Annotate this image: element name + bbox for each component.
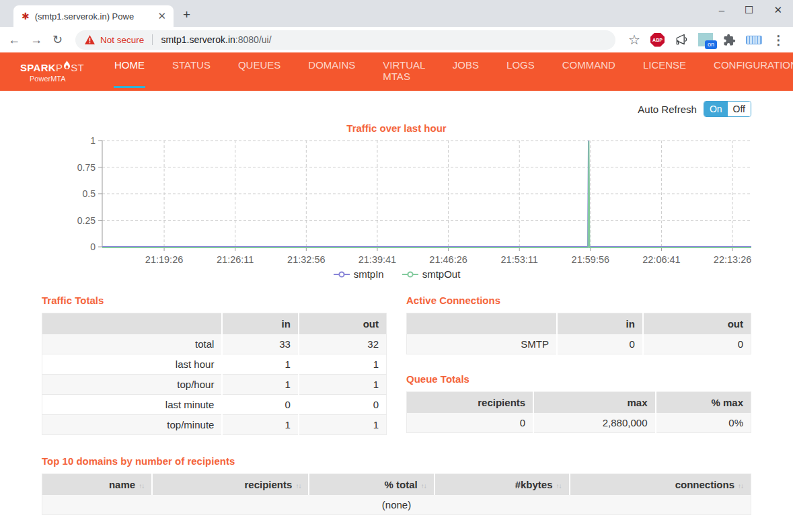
legend-item-smtpIn[interactable]: smtpIn [333,268,384,280]
bookmark-star-icon[interactable]: ☆ [628,33,640,46]
svg-text:22:06:41: 22:06:41 [642,254,680,265]
nav-item-home[interactable]: HOME [114,55,145,88]
svg-text:22:13:26: 22:13:26 [714,254,751,265]
table-cell: 33 [222,334,298,354]
column-header: in [557,313,643,335]
table-row: 02,880,0000% [407,413,751,433]
nav-item-queues[interactable]: QUEUES [237,55,281,88]
nav-item-command[interactable]: COMMAND [562,55,616,88]
url-text[interactable]: smtp1.serverok.in:8080/ui/ [161,34,271,45]
column-header: in [222,313,298,335]
close-icon[interactable]: ✕ [773,4,782,16]
column-header[interactable]: recipients↑↓ [152,474,309,496]
legend-item-smtpOut[interactable]: smtpOut [402,268,461,280]
sparkpost-logo[interactable]: SPARKPST PowerMTA [20,61,84,83]
column-header[interactable]: % total↑↓ [309,474,434,496]
table-cell: 0 [643,334,751,354]
table-cell: 1 [299,415,387,435]
svg-text:1: 1 [90,135,96,146]
auto-refresh-label: Auto Refresh [638,104,697,115]
legend-marker-icon [333,270,350,278]
table-cell: top/hour [42,375,223,395]
auto-refresh-on-button[interactable]: On [704,102,728,116]
traffic-totals-table: inouttotal3332last hour11top/hour11last … [42,313,387,435]
table-cell: 1 [299,354,387,375]
adblock-extension-icon[interactable]: ABP [650,33,665,47]
powermta-favicon-icon: ✱ [22,11,30,21]
browser-toolbar: ← → ↻ Not secure smtp1.serverok.in:8080/… [0,27,793,52]
table-cell: 1 [222,375,298,395]
svg-text:0.25: 0.25 [77,215,96,226]
legend-marker-icon [402,270,419,278]
table-cell: top/minute [42,415,223,435]
table-row: top/minute11 [42,415,387,435]
sort-arrows-icon[interactable]: ↑↓ [139,482,144,490]
tab-title: (smtp1.serverok.in) Powe [35,11,151,22]
omnibox-divider [152,34,153,45]
sort-arrows-icon[interactable]: ↑↓ [556,482,562,490]
table-cell: 0 [557,334,643,354]
left-column: Traffic Totals inouttotal3332last hour11… [42,284,387,435]
column-header[interactable]: connections↑↓ [570,474,751,496]
forward-icon[interactable]: → [30,34,42,46]
table-cell: SMTP [407,334,557,354]
address-bar[interactable]: Not secure smtp1.serverok.in:8080/ui/ [75,30,615,50]
traffic-totals-title: Traffic Totals [42,295,387,306]
browser-window: ✱ (smtp1.serverok.in) Powe ✕ + – ☐ ✕ ← →… [0,0,793,532]
ruler-extension-icon[interactable] [746,36,762,44]
chart-legend: smtpInsmtpOut [42,268,751,280]
legend-label: smtpOut [422,268,461,280]
browser-tab[interactable]: ✱ (smtp1.serverok.in) Powe ✕ [13,5,174,27]
tables-columns: Traffic Totals inouttotal3332last hour11… [42,284,751,435]
chart-title: Traffic over last hour [42,122,751,134]
nav-item-license[interactable]: LICENSE [642,55,687,88]
nav-item-virtual-mtas[interactable]: VIRTUAL MTAS [382,55,426,88]
menu-dots-icon[interactable]: ⋮ [772,34,785,46]
reload-icon[interactable]: ↻ [52,34,63,46]
back-icon[interactable]: ← [8,34,20,46]
new-tab-button[interactable]: + [183,7,190,22]
auto-refresh-control: Auto Refresh On Off [42,101,751,117]
nav-item-domains[interactable]: DOMAINS [307,55,356,88]
svg-text:0.75: 0.75 [77,162,96,173]
svg-text:21:39:41: 21:39:41 [358,254,396,265]
on-extension-icon[interactable]: on [698,33,713,46]
column-header: recipients [407,392,534,414]
column-header [42,313,223,335]
column-header: out [299,313,387,335]
extensions-puzzle-icon[interactable] [723,34,736,46]
page-content: Auto Refresh On Off Traffic over last ho… [0,101,793,515]
top-domains-table: name↑↓recipients↑↓% total↑↓#kbytes↑↓conn… [42,473,751,515]
right-column: Active Connections inoutSMTP00 Queue Tot… [406,284,751,435]
active-connections-title: Active Connections [406,295,751,306]
column-header[interactable]: name↑↓ [42,474,153,496]
nav-item-jobs[interactable]: JOBS [452,55,480,88]
svg-text:0.5: 0.5 [83,188,96,199]
table-row: last minute00 [42,395,387,415]
table-cell: 0 [407,413,534,433]
table-row: total3332 [42,334,387,354]
auto-refresh-off-button[interactable]: Off [728,102,751,116]
sort-arrows-icon[interactable]: ↑↓ [738,482,743,490]
svg-text:0: 0 [90,241,96,252]
tab-close-icon[interactable]: ✕ [155,10,168,22]
maximize-icon[interactable]: ☐ [745,4,753,16]
column-header[interactable]: #kbytes↑↓ [435,474,570,496]
auto-refresh-toggle: On Off [704,101,751,117]
svg-text:21:46:26: 21:46:26 [429,254,467,265]
nav-item-logs[interactable]: LOGS [506,55,535,88]
sort-arrows-icon[interactable]: ↑↓ [295,482,301,490]
table-cell: total [42,334,223,354]
empty-placeholder: (none) [42,495,751,515]
minimize-icon[interactable]: – [719,4,724,16]
security-label[interactable]: Not secure [100,35,144,45]
top-domains-title: Top 10 domains by number of recipients [42,455,751,467]
table-cell: 1 [299,375,387,395]
nav-item-status[interactable]: STATUS [172,55,211,88]
window-controls: – ☐ ✕ [719,4,782,16]
megaphone-extension-icon[interactable] [675,33,688,46]
warning-triangle-icon [85,35,95,44]
table-cell: 2,880,000 [533,413,655,433]
sort-arrows-icon[interactable]: ↑↓ [421,482,426,490]
nav-item-configuration[interactable]: CONFIGURATION [713,55,793,88]
